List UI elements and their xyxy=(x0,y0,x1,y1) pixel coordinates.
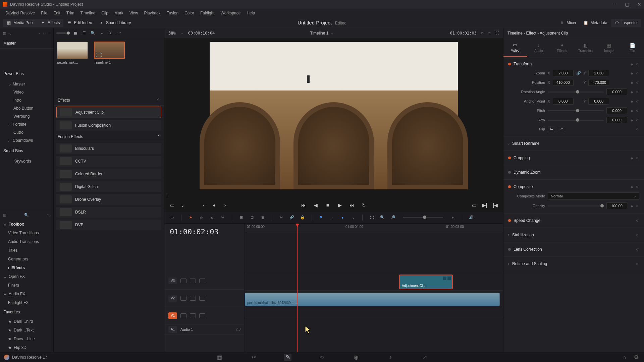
fav-dark-hird[interactable]: ★Dark…hird xyxy=(0,317,53,326)
tab-transition[interactable]: ◧Transition xyxy=(574,38,597,57)
fx-adjustment-clip[interactable]: Adjustment Clip xyxy=(56,107,161,118)
yaw-input[interactable]: 0.000 xyxy=(606,117,627,123)
tab-image[interactable]: ▦Image xyxy=(597,38,621,57)
fav-draw-line[interactable]: ★Draw…Line xyxy=(0,335,53,343)
next-edit-btn[interactable]: ▶| xyxy=(481,201,488,209)
bin-outro[interactable]: Outro xyxy=(0,128,53,136)
cat-audiofx[interactable]: ⌄Audio FX xyxy=(0,290,53,298)
viewer-mode-dropdown[interactable]: ⌄ xyxy=(179,201,186,209)
cut-page-btn[interactable]: ✂ xyxy=(250,354,257,361)
track-a1[interactable]: A1 Audio 1 2.0 xyxy=(164,324,245,335)
pitch-input[interactable]: 0.000 xyxy=(606,107,627,114)
fx-digital-glitch[interactable]: Digital Glitch xyxy=(56,181,161,192)
bin-countdown[interactable]: ›Countdown xyxy=(0,136,53,144)
fx-cctv[interactable]: CCTV xyxy=(56,156,161,167)
prev-edit-btn[interactable]: |◀ xyxy=(492,201,499,209)
timeline-ruler[interactable]: 01:00:00:00 01:00:04:00 01:00:08:00 xyxy=(245,224,503,232)
yaw-slider[interactable] xyxy=(548,120,604,121)
reset-icon[interactable]: ↺ xyxy=(635,71,639,75)
toolbox-header[interactable]: ⌄Toolbox xyxy=(0,220,53,229)
master-bin-header[interactable]: Master xyxy=(0,38,53,49)
zoom-in-icon[interactable]: + xyxy=(449,214,457,221)
stop-btn[interactable]: ■ xyxy=(324,201,331,209)
menu-resolve[interactable]: DaVinci Resolve xyxy=(3,9,38,17)
cat-fairlight[interactable]: Fairlight FX xyxy=(0,298,53,307)
replace-tool[interactable]: ⊟ xyxy=(259,214,266,221)
opacity-input[interactable]: 100.00 xyxy=(606,202,627,209)
reset-icon[interactable]: ↺ xyxy=(635,62,639,66)
cat-titles[interactable]: Titles xyxy=(0,246,53,255)
audio-icon[interactable]: 🔊 xyxy=(468,214,475,221)
expand-icon[interactable]: ⛶ xyxy=(495,31,499,35)
cat-filters[interactable]: Filters xyxy=(0,281,53,290)
fx-colored-border[interactable]: Colored Border xyxy=(56,169,161,179)
home-btn[interactable]: ⌂ xyxy=(621,354,628,361)
anchor-x-input[interactable]: 0.000 xyxy=(553,98,574,105)
menu-timeline[interactable]: Timeline xyxy=(77,9,98,17)
adjustment-clip[interactable]: Adjustment Clip xyxy=(399,275,453,289)
kf-icon[interactable]: ◆ xyxy=(630,71,634,75)
dynamic-trim-tool[interactable]: ⎌ xyxy=(208,214,216,221)
link-tool[interactable]: 🔗 xyxy=(288,214,296,221)
last-frame-btn[interactable]: › xyxy=(221,201,229,209)
bin-nav-back[interactable]: ‹ xyxy=(39,31,41,35)
bin-dots[interactable]: ⋯ xyxy=(47,31,51,36)
blade-all-tool[interactable]: ✂ xyxy=(277,214,285,221)
bin-intro[interactable]: Intro xyxy=(0,96,53,104)
video-clip[interactable]: pexels-mikhail-nilov-6942639.m… xyxy=(245,293,500,306)
lens-correction-header[interactable]: Lens Correction ↺ xyxy=(508,245,639,254)
viewer[interactable] xyxy=(164,38,503,193)
bin-list-icon[interactable]: ▥ xyxy=(3,31,6,36)
track-row-a1[interactable] xyxy=(245,308,503,318)
media-page-btn[interactable]: ▦ xyxy=(216,354,223,361)
track-v2[interactable]: V2 xyxy=(164,290,245,307)
pos-x-input[interactable]: 410.000 xyxy=(553,79,574,86)
fx-binoculars[interactable]: Binoculars xyxy=(56,143,161,154)
kf-prev-icon[interactable]: ◆ xyxy=(630,62,634,66)
track-v3[interactable]: V3 xyxy=(164,272,245,290)
list-view-icon[interactable]: ☰ xyxy=(81,30,87,36)
search-icon[interactable]: 🔍 xyxy=(90,30,96,36)
collapse-icon[interactable]: ⌃ xyxy=(157,134,160,139)
pos-y-input[interactable]: -470.000 xyxy=(588,79,609,86)
pitch-slider[interactable] xyxy=(548,110,604,111)
visible-icon[interactable] xyxy=(199,279,205,283)
timeline-dropdown-icon[interactable]: ⌄ xyxy=(330,31,334,36)
fairlight-page-btn[interactable]: ♪ xyxy=(387,354,394,361)
sound-library-toggle[interactable]: ♪ Sound Library xyxy=(95,19,135,27)
maximize-button[interactable]: ▢ xyxy=(625,2,629,7)
tab-audio[interactable]: ♪Audio xyxy=(527,38,550,57)
flip-h-button[interactable]: ⇋ xyxy=(548,126,555,132)
menu-file[interactable]: File xyxy=(38,9,50,17)
speed-change-header[interactable]: Speed Change ↺ xyxy=(508,216,639,225)
minimize-button[interactable]: — xyxy=(612,2,617,7)
fav-dark-text[interactable]: ★Dark…Text xyxy=(0,326,53,335)
timeline-thumb[interactable]: Timeline 1 xyxy=(94,42,125,92)
sort-dropdown-icon[interactable]: ⌄ xyxy=(99,30,105,36)
bin-menu-icon[interactable]: ⋯ xyxy=(47,213,51,217)
fav-flip3d[interactable]: ★Flip 3D xyxy=(0,343,53,352)
fx-section-fusion[interactable]: Fusion Effects⌃ xyxy=(54,132,164,142)
fusion-page-btn[interactable]: ⎋ xyxy=(318,354,326,361)
bin-master[interactable]: ⌄Master xyxy=(0,80,53,88)
menu-mark[interactable]: Mark xyxy=(112,9,126,17)
loop-btn[interactable]: ↻ xyxy=(360,201,368,209)
bin-nav-fwd[interactable]: › xyxy=(43,31,44,35)
stabilization-header[interactable]: ›Stabilization ↺ xyxy=(508,231,639,239)
menu-clip[interactable]: Clip xyxy=(99,9,111,17)
zoom-detail-icon[interactable]: 🔍 xyxy=(379,214,386,221)
menu-fusion[interactable]: Fusion xyxy=(164,9,181,17)
prev-frame-btn[interactable]: ◀ xyxy=(312,201,319,209)
first-frame-btn[interactable]: ‹ xyxy=(200,201,207,209)
smart-reframe-header[interactable]: ›Smart Reframe xyxy=(508,139,639,148)
track-v1[interactable]: V1 xyxy=(164,307,245,324)
cat-effects[interactable]: ›Effects xyxy=(0,263,53,272)
lock-tool[interactable]: 🔒 xyxy=(299,214,306,221)
jump-end-btn[interactable]: ⏭ xyxy=(348,201,356,209)
link-icon[interactable]: 🔗 xyxy=(576,71,581,75)
match-frame-btn[interactable]: ● xyxy=(211,201,218,209)
cat-video-transitions[interactable]: Video Transitions xyxy=(0,229,53,237)
bin-keywords[interactable]: Keywords xyxy=(0,157,53,165)
inspector-toggle[interactable]: ⎔ Inspector xyxy=(611,19,641,27)
metadata-toggle[interactable]: 📋 Metadata xyxy=(580,19,611,27)
